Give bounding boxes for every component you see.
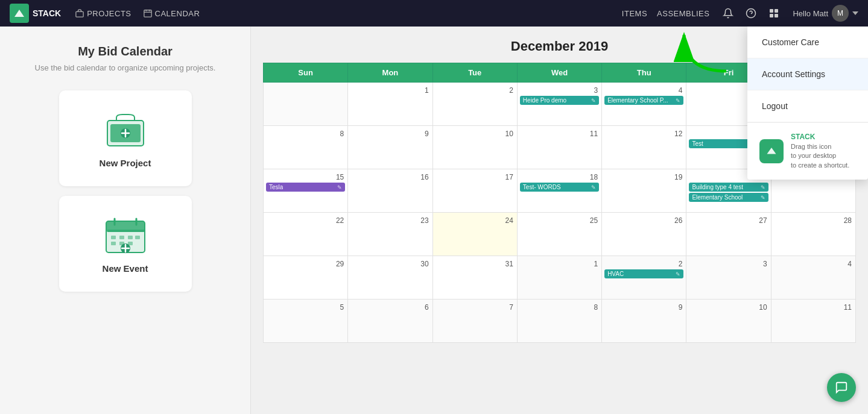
day-number: 8	[266, 128, 345, 139]
calendar-day[interactable]: 11	[771, 300, 855, 343]
day-number	[266, 85, 345, 87]
calendar-day[interactable]: 11	[517, 126, 601, 169]
calendar-day[interactable]: 8	[264, 126, 348, 169]
calendar-day[interactable]	[264, 83, 348, 126]
main-layout: My Bid Calendar Use the bid calendar to …	[0, 27, 868, 414]
calendar-day[interactable]: 1	[517, 256, 601, 300]
calendar-day[interactable]: 27	[686, 213, 771, 256]
event-edit-icon[interactable]: ✎	[761, 184, 765, 190]
event-pill[interactable]: Elementary School✎	[689, 193, 768, 202]
event-pill[interactable]: Test- WORDS✎	[520, 183, 599, 192]
calendar-day[interactable]: 29	[264, 256, 348, 300]
sidebar: My Bid Calendar Use the bid calendar to …	[0, 27, 251, 414]
event-pill[interactable]: Heide Pro demo✎	[520, 96, 599, 105]
calendar-day[interactable]: 5	[264, 300, 348, 343]
calendar-day[interactable]: 23	[348, 213, 432, 256]
col-tue: Tue	[432, 63, 517, 83]
event-edit-icon[interactable]: ✎	[591, 184, 596, 190]
svg-rect-27	[111, 236, 116, 239]
dropdown-account-settings[interactable]: Account Settings	[747, 58, 868, 90]
day-number: 19	[604, 172, 683, 183]
day-number: 3	[689, 259, 768, 269]
calendar-day[interactable]: 3	[686, 256, 771, 300]
event-pill[interactable]: Building type 4 test✎	[689, 183, 768, 192]
assemblies-link[interactable]: ASSEMBLIES	[657, 9, 709, 18]
dropdown-customer-care[interactable]: Customer Care	[747, 27, 868, 58]
event-edit-icon[interactable]: ✎	[676, 271, 680, 277]
new-project-card[interactable]: New Project	[59, 90, 192, 186]
col-sun: Sun	[264, 63, 348, 83]
day-number: 11	[520, 128, 599, 139]
calendar-day[interactable]: 1	[348, 83, 432, 126]
user-menu-button[interactable]: Hello Matt M	[793, 5, 858, 22]
day-number: 11	[774, 302, 853, 313]
event-pill[interactable]: Tesla✎	[266, 183, 345, 192]
logo[interactable]: STACK	[10, 4, 61, 23]
calendar-day[interactable]: 9	[348, 126, 432, 169]
event-edit-icon[interactable]: ✎	[591, 98, 596, 104]
items-link[interactable]: ITEMS	[622, 9, 647, 18]
nav-links: PROJECTS CALENDAR	[75, 9, 622, 18]
chat-button[interactable]	[827, 373, 856, 402]
dropdown-logout[interactable]: Logout	[747, 90, 868, 122]
day-number: 31	[436, 259, 515, 269]
day-number: 25	[520, 215, 599, 226]
day-number: 10	[436, 128, 515, 139]
day-number: 30	[350, 259, 429, 269]
calendar-day[interactable]: 19	[602, 169, 686, 213]
shortcut-stack-label: STACK	[791, 133, 849, 141]
sidebar-title: My Bid Calendar	[78, 45, 173, 58]
calendar-day[interactable]: 6	[348, 300, 432, 343]
topnav-right: ITEMS ASSEMBLIES Hello Matt M	[622, 4, 858, 22]
day-number: 3	[520, 85, 599, 96]
day-number: 1	[350, 85, 429, 96]
calendar-day[interactable]: 7	[432, 300, 517, 343]
calendar-day[interactable]: 31	[432, 256, 517, 300]
notification-icon[interactable]	[719, 4, 737, 22]
day-number: 28	[774, 215, 853, 226]
col-thu: Thu	[602, 63, 686, 83]
day-number: 9	[350, 128, 429, 139]
event-label: Building type 4 test	[692, 184, 743, 190]
day-number: 16	[350, 172, 429, 183]
event-edit-icon[interactable]: ✎	[761, 195, 765, 201]
event-edit-icon[interactable]: ✎	[676, 98, 680, 104]
calendar-day[interactable]: 2HVAC✎	[602, 256, 686, 300]
event-pill[interactable]: Elementary School P...✎	[604, 96, 683, 105]
calendar-day[interactable]: 9	[602, 300, 686, 343]
calendar-day[interactable]: 15Tesla✎	[264, 169, 348, 213]
calendar-day[interactable]: 3Heide Pro demo✎	[517, 83, 601, 126]
calendar-day[interactable]: 16	[348, 169, 432, 213]
calendar-day[interactable]: 18Test- WORDS✎	[517, 169, 601, 213]
calendar-day[interactable]: 24	[432, 213, 517, 256]
svg-rect-2	[76, 11, 83, 17]
calendar-day[interactable]: 30	[348, 256, 432, 300]
stack-shortcut-icon	[759, 139, 784, 163]
event-pill[interactable]: HVAC✎	[604, 269, 683, 278]
calendar-day[interactable]: 10	[432, 126, 517, 169]
calendar-day[interactable]: 10	[686, 300, 771, 343]
calendar-day[interactable]: 25	[517, 213, 601, 256]
calendar-day[interactable]: 4	[771, 256, 855, 300]
day-number: 6	[350, 302, 429, 313]
calendar-day[interactable]: 28	[771, 213, 855, 256]
help-icon[interactable]	[742, 4, 760, 22]
calendar-day[interactable]: 22	[264, 213, 348, 256]
day-number: 22	[266, 215, 345, 226]
day-number: 29	[266, 259, 345, 269]
event-edit-icon[interactable]: ✎	[337, 184, 342, 190]
grid-icon[interactable]	[765, 4, 783, 22]
nav-calendar[interactable]: CALENDAR	[144, 9, 200, 18]
calendar-day[interactable]: 2	[432, 83, 517, 126]
dropdown-shortcut: STACK Drag this iconto your desktopto cr…	[747, 122, 868, 180]
calendar-day[interactable]: 26	[602, 213, 686, 256]
nav-projects[interactable]: PROJECTS	[75, 9, 131, 18]
calendar-day[interactable]: 17	[432, 169, 517, 213]
calendar-day[interactable]: 8	[517, 300, 601, 343]
calendar-day[interactable]: 4Elementary School P...✎	[602, 83, 686, 126]
new-event-card[interactable]: New Event	[59, 196, 192, 292]
calendar-day[interactable]: 12	[602, 126, 686, 169]
day-number: 4	[604, 85, 683, 96]
day-number: 26	[604, 215, 683, 226]
svg-marker-13	[767, 148, 776, 154]
